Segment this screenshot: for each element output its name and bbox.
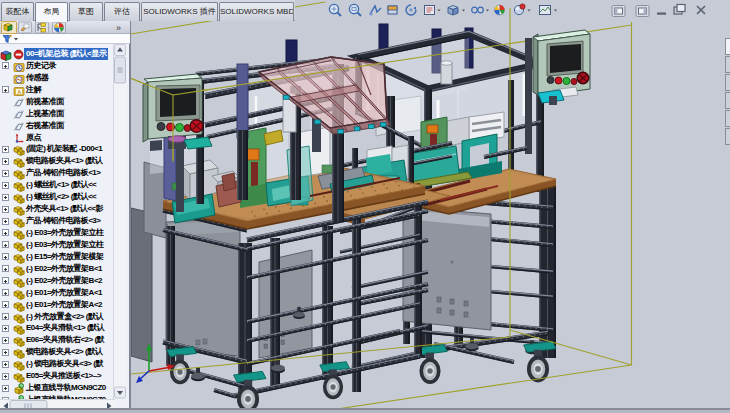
svg-text:»: » <box>116 23 121 33</box>
